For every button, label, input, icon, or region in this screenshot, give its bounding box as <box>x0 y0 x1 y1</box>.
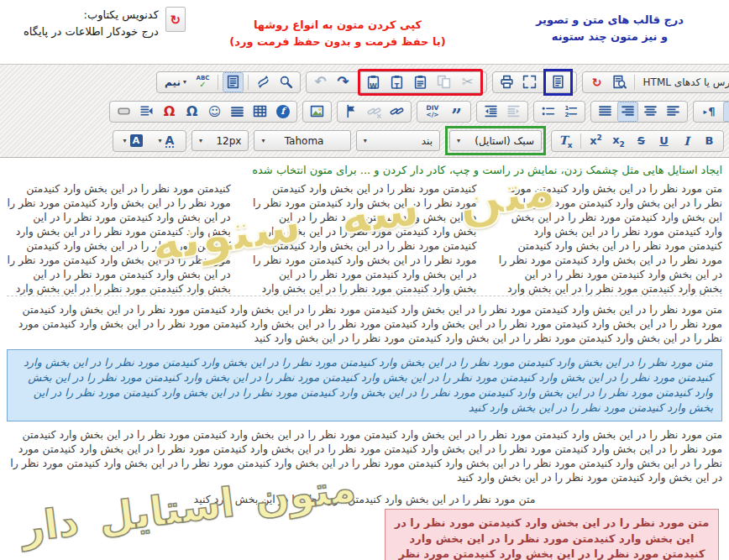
flash-button[interactable]: f <box>272 102 293 122</box>
button-field-button[interactable] <box>113 102 134 122</box>
unlink-button[interactable] <box>364 102 385 122</box>
codenevis-note-line2: درج خودکار اطلاعات در پایگاه <box>24 24 159 40</box>
special-char-button[interactable]: Ω <box>181 102 202 122</box>
document-tools-group <box>492 71 577 93</box>
font-family-value: Tahoma <box>285 135 324 147</box>
paste-button[interactable] <box>410 72 431 92</box>
table-button[interactable] <box>249 102 270 122</box>
source-label: سورس یا کدهای HTML <box>643 76 729 88</box>
special-char-red-button[interactable]: Ω <box>159 102 180 122</box>
codenevis-icon: ↻ <box>170 13 181 26</box>
preview-button[interactable] <box>609 72 630 92</box>
paragraph-format-select[interactable]: ▾ بند <box>356 130 440 151</box>
toolbar-row-3: ▾ A ▾ A ▾ 12px ▾ Tahoma ▾ بند <box>0 126 729 155</box>
green-annotation: ایجاد استایل هایی مثل چشمک زدن، نمایش در… <box>7 161 722 180</box>
templates-button[interactable] <box>548 72 569 92</box>
background-color-button[interactable]: ▾ A <box>117 131 149 151</box>
align-left-icon <box>666 104 680 118</box>
outdent-button[interactable] <box>480 102 501 122</box>
codenevis-note-line1: کدنویس یکتاوب: <box>24 7 159 24</box>
codenevis-toolbar-button[interactable]: ↻ <box>586 72 607 92</box>
alignment-group <box>590 101 688 123</box>
editor-page: کدنویس یکتاوب: درج خودکار اطلاعات در پای… <box>0 0 729 560</box>
unlink-icon <box>367 104 381 118</box>
subscript-button[interactable]: x2 <box>608 131 629 151</box>
align-center-icon <box>643 104 658 118</box>
select-all-icon <box>226 75 240 89</box>
ltr-icon: ▸ ¶ <box>704 105 716 118</box>
indent-button[interactable] <box>503 102 524 122</box>
div-container-button[interactable]: DIV </> <box>421 102 444 122</box>
edit-tools-group: نیم ▾ ABC ✓ <box>156 71 301 93</box>
image-button[interactable] <box>307 102 328 122</box>
format-group: Tx x2 x2 S U <box>551 130 724 152</box>
paste-as-text-button[interactable]: T <box>386 72 407 92</box>
horizontal-rule-icon <box>230 104 244 118</box>
spellcheck-button[interactable]: ABC ✓ <box>192 72 213 92</box>
flash-icon: f <box>276 105 290 118</box>
half-space-label: نیم <box>165 76 181 88</box>
paste-icon <box>413 75 427 89</box>
align-right-icon <box>621 104 635 118</box>
underline-button[interactable]: U <box>653 131 674 151</box>
copy-button[interactable] <box>433 72 454 92</box>
codenevis-note: کدنویس یکتاوب: درج خودکار اطلاعات در پای… <box>24 7 186 40</box>
font-family-select[interactable]: ▾ Tahoma <box>254 130 350 151</box>
text-color-button[interactable]: ▾ A <box>150 131 182 151</box>
cut-icon: ✂ <box>461 75 473 89</box>
bold-button[interactable]: B <box>699 131 720 151</box>
remove-format-button[interactable]: Tx <box>555 131 576 151</box>
undo-icon: ↶ <box>314 75 326 89</box>
chevron-down-icon: ▾ <box>199 137 202 144</box>
editor-content[interactable]: ایجاد استایل هایی مثل چشمک زدن، نمایش در… <box>0 158 729 560</box>
red-annotation-line1: کپی کردن متون به انواع روشها <box>212 17 464 34</box>
style-select-value: سبک (استایل) <box>475 135 534 147</box>
toolbar: نیم ▾ ABC ✓ <box>0 64 729 158</box>
direction-group: ▸ ¶ ¶ ◂ <box>693 101 729 123</box>
strikethrough-button[interactable]: S <box>631 131 652 151</box>
numbered-list-button[interactable]: 1 2 <box>560 102 581 122</box>
font-size-value: 12px <box>216 135 241 147</box>
cut-button[interactable]: ✂ <box>457 72 478 92</box>
replace-icon <box>256 75 270 89</box>
font-size-select[interactable]: ▾ 12px <box>191 130 249 151</box>
anchor-button[interactable] <box>341 102 362 122</box>
half-space-button[interactable]: نیم ▾ <box>160 72 191 92</box>
link-group <box>337 101 412 123</box>
italic-button[interactable]: I <box>676 131 697 151</box>
bulleted-list-icon <box>541 104 555 118</box>
text-color-icon: A <box>165 134 175 148</box>
bulleted-list-button[interactable] <box>538 102 559 122</box>
print-button[interactable] <box>496 72 517 92</box>
horizontal-rule-button[interactable] <box>227 102 248 122</box>
chevron-down-icon: ▾ <box>364 137 367 144</box>
select-all-button[interactable] <box>223 72 244 92</box>
align-right-button[interactable] <box>617 102 638 122</box>
link-button[interactable] <box>386 102 407 122</box>
page-break-icon <box>139 104 154 118</box>
maximize-button[interactable] <box>519 72 540 92</box>
smiley-button[interactable]: ☺ <box>204 102 225 122</box>
page-break-button[interactable] <box>136 102 157 122</box>
blue-highlight-paragraph: متن مورد نظر را در این بخش وارد کنیدمتن … <box>7 349 722 421</box>
align-center-button[interactable] <box>640 102 661 122</box>
paste-from-word-button[interactable]: W <box>363 72 384 92</box>
codenevis-button[interactable]: ↻ <box>165 7 186 32</box>
link-icon <box>390 104 404 118</box>
superscript-button[interactable]: x2 <box>585 131 606 151</box>
text-direction-ltr-button[interactable]: ▸ ¶ <box>697 102 721 122</box>
replace-button[interactable] <box>253 72 274 92</box>
search-button[interactable] <box>275 72 296 92</box>
paragraph-1: متن مورد نظر را در این بخش وارد کنیدمتن … <box>7 302 722 345</box>
bottom-row: متن مورد نظر را در این بخش وارد کنیدمتن … <box>7 509 722 560</box>
source-button[interactable]: سورس یا کدهای HTML <box>639 72 729 92</box>
image-group <box>302 101 332 123</box>
redo-button[interactable]: ↷ <box>333 72 354 92</box>
red-annotation: کپی کردن متون به انواع روشها (با حفظ فرم… <box>212 17 464 50</box>
align-left-button[interactable] <box>663 102 684 122</box>
justify-button[interactable] <box>595 102 616 122</box>
style-select[interactable]: ▾ سبک (استایل) <box>449 130 542 151</box>
undo-button[interactable]: ↶ <box>310 72 331 92</box>
text-direction-rtl-button[interactable]: ¶ ◂ <box>723 102 729 122</box>
blockquote-button[interactable]: ” <box>446 102 467 122</box>
